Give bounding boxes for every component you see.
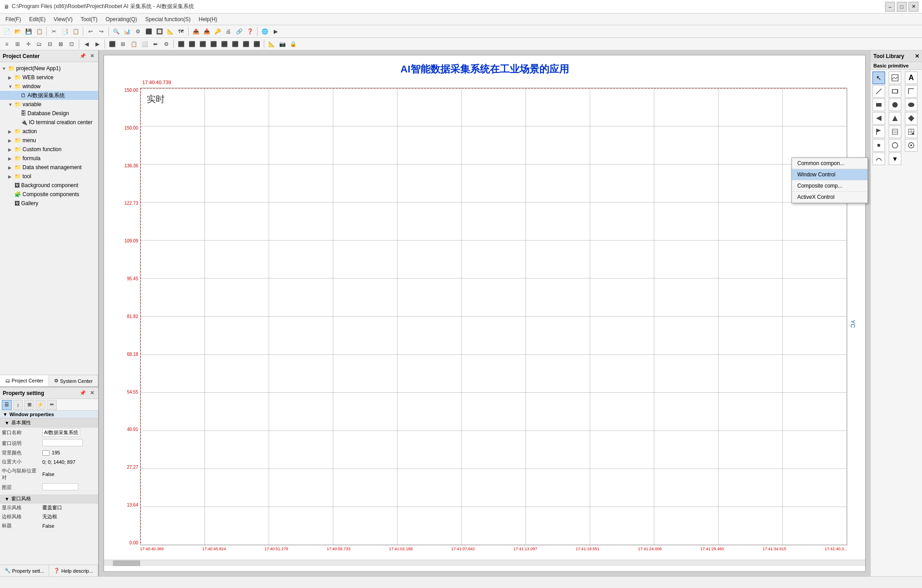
tool-grid-ctrl[interactable] <box>905 126 917 138</box>
menu-operating[interactable]: Operating(Q) <box>102 15 141 23</box>
tb-save2[interactable]: 📋 <box>34 27 44 36</box>
dropdown-composite[interactable]: Composite comp... <box>792 180 868 192</box>
tb-cut[interactable]: ✂ <box>49 27 59 36</box>
tb-b1[interactable]: 📊 <box>122 27 132 36</box>
tb2-2[interactable]: ⊞ <box>13 39 23 49</box>
tb-find[interactable]: 🔍 <box>111 27 121 36</box>
tree-node-window[interactable]: ▼ 📁 window <box>0 82 98 91</box>
tool-rect-solid[interactable] <box>872 99 885 111</box>
menu-tool[interactable]: Tool(T) <box>77 15 101 23</box>
prop-val-name[interactable]: AI数据采集系统 <box>41 427 98 438</box>
tool-text[interactable]: A <box>905 72 917 84</box>
maximize-button[interactable]: □ <box>897 2 907 12</box>
menu-help[interactable]: Help(H) <box>195 15 221 23</box>
dropdown-activex[interactable]: ActiveX Control <box>792 192 868 203</box>
tb-c5[interactable]: 🔗 <box>234 27 244 36</box>
layer-value[interactable] <box>42 483 78 490</box>
tb2-11[interactable]: ⊞ <box>118 39 128 49</box>
canvas-area[interactable]: AI智能数据采集系统在工业场景的应用 17:40:40.739 实时 150.0… <box>99 50 870 576</box>
prop-val-bg[interactable]: 195 <box>41 449 98 458</box>
tree-node-menu[interactable]: ▶ 📁 menu <box>0 136 98 145</box>
tree-node-variable[interactable]: ▼ 📁 variable <box>0 100 98 109</box>
tool-ellipse-solid[interactable] <box>905 99 917 111</box>
tool-corner[interactable] <box>905 85 917 98</box>
tree-node-composite[interactable]: 🧩 Composite components <box>0 190 98 199</box>
tree-node-gallery[interactable]: 🖼 Gallery <box>0 199 98 208</box>
panel-close-btn[interactable]: ✕ <box>89 53 95 59</box>
prop-tb-edit[interactable]: ✏ <box>47 400 57 410</box>
tb-c4[interactable]: 🖨 <box>223 27 233 36</box>
tb2-12[interactable]: 📋 <box>129 39 139 49</box>
tb-copy[interactable]: 📑 <box>60 27 70 36</box>
tb2-3[interactable]: ✛ <box>23 39 33 49</box>
tree-node-tool[interactable]: ▶ 📁 tool <box>0 172 98 181</box>
tb2-align6[interactable]: ⬛ <box>230 39 240 49</box>
minimize-button[interactable]: – <box>885 2 895 12</box>
tree-node-customfunc[interactable]: ▶ 📁 Custom function <box>0 145 98 154</box>
tree-node-dbdesign[interactable]: 🗄 Database Design <box>0 109 98 118</box>
tb2-e1[interactable]: 📐 <box>267 39 276 49</box>
tree-node-ioterminal[interactable]: 🔌 IO terminal creation center <box>0 118 98 127</box>
prop-tb-list[interactable]: ☰ <box>2 400 12 410</box>
tb2-13[interactable]: ⬜ <box>140 39 149 49</box>
tb2-8[interactable]: ◀ <box>81 39 91 49</box>
tree-node-ai[interactable]: 🗋 AI数据采集系统 <box>0 91 98 100</box>
prop-subsection-basic[interactable]: ▼ 基本属性 <box>0 418 98 427</box>
tb2-align1[interactable]: ⬛ <box>176 39 186 49</box>
tb2-align8[interactable]: ⬛ <box>252 39 262 49</box>
tb-redo[interactable]: ↪ <box>96 27 106 36</box>
tb2-e3[interactable]: 🔒 <box>288 39 298 49</box>
tool-dropdown-more[interactable]: ▼ <box>889 153 901 165</box>
prop-tb-event[interactable]: ⚡ <box>36 400 45 410</box>
prop-val-desc[interactable] <box>41 438 98 449</box>
tb-b2[interactable]: ⚙ <box>133 27 143 36</box>
tb2-1[interactable]: ≡ <box>2 39 12 49</box>
tool-arc[interactable] <box>872 153 885 165</box>
menu-edit[interactable]: Edit(E) <box>26 15 50 23</box>
tool-image[interactable] <box>889 72 901 84</box>
tool-line[interactable] <box>872 85 885 98</box>
tb-new[interactable]: 📄 <box>2 27 12 36</box>
tb-d2[interactable]: ▶ <box>271 27 280 36</box>
tb2-align5[interactable]: ⬛ <box>219 39 229 49</box>
horizontal-scrollbar[interactable] <box>104 560 865 566</box>
tb2-5[interactable]: ⊟ <box>45 39 55 49</box>
dropdown-common[interactable]: Common compon... <box>792 158 868 169</box>
tb2-7[interactable]: ⊡ <box>67 39 77 49</box>
tree-node-formula[interactable]: ▶ 📁 formula <box>0 154 98 163</box>
tab-project-center[interactable]: 🗂 Project Center <box>0 375 49 386</box>
tool-small-rect[interactable] <box>872 139 885 152</box>
tree-node-project[interactable]: ▼ 📁 project(New App1) <box>0 64 98 73</box>
prop-val-layer[interactable] <box>41 482 98 493</box>
tool-rect-fill[interactable] <box>889 85 901 98</box>
tool-library-close[interactable]: ✕ <box>915 53 919 59</box>
tb-undo[interactable]: ↩ <box>86 27 95 36</box>
tree-node-action[interactable]: ▶ 📁 action <box>0 127 98 136</box>
tool-flag[interactable] <box>872 126 885 138</box>
prop-tb-sort[interactable]: ↕ <box>13 400 23 410</box>
prop-value-winname[interactable]: AI数据采集系统 <box>42 428 80 437</box>
tb-paste[interactable]: 📋 <box>71 27 81 36</box>
tool-circle-empty[interactable] <box>889 139 901 152</box>
tb-b4[interactable]: 🔲 <box>154 27 164 36</box>
prop-value-desc[interactable] <box>42 439 83 446</box>
tool-diamond[interactable] <box>905 112 917 125</box>
menu-file[interactable]: File(F) <box>2 15 25 23</box>
tb2-align3[interactable]: ⬛ <box>198 39 208 49</box>
tb2-align7[interactable]: ⬛ <box>241 39 251 49</box>
tb-c3[interactable]: 🔑 <box>212 27 222 36</box>
tb2-14[interactable]: ⬅ <box>150 39 160 49</box>
tb-save[interactable]: 💾 <box>23 27 33 36</box>
tab-system-center[interactable]: ⚙ System Center <box>49 375 98 386</box>
prop-section-window[interactable]: ▼ Window properties <box>0 411 98 418</box>
tb2-10[interactable]: ⬛ <box>107 39 117 49</box>
tb-c2[interactable]: 📥 <box>202 27 212 36</box>
tab-property-setting[interactable]: 🔧 Property sett... <box>0 565 49 576</box>
tb2-align4[interactable]: ⬛ <box>208 39 218 49</box>
tree-node-datasheet[interactable]: ▶ 📁 Data sheet management <box>0 163 98 172</box>
tool-library-section-basic[interactable]: Basic primitive <box>871 62 922 70</box>
tb2-4[interactable]: 🗂 <box>34 39 44 49</box>
scrollbar-thumb[interactable] <box>113 561 140 566</box>
close-button[interactable]: ✕ <box>908 2 918 12</box>
tree-node-web[interactable]: ▶ 📁 WEB service <box>0 73 98 82</box>
